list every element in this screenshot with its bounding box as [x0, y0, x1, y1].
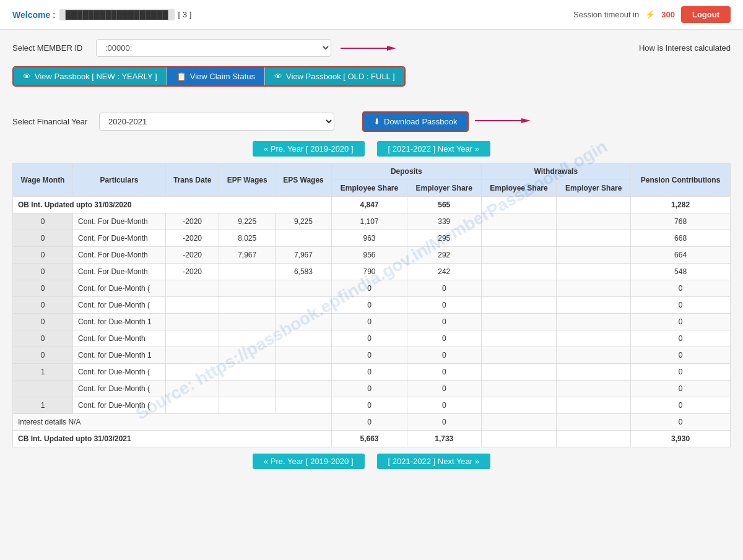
cell-dep-emp: 0 — [332, 314, 407, 330]
prev-year-button-bottom[interactable]: « Pre. Year [ 2019-2020 ] — [253, 454, 365, 469]
table-row: Cont. for Due-Month ( 0 0 0 — [13, 381, 731, 397]
welcome-label: Welcome : — [12, 10, 56, 20]
financial-year-select[interactable]: 2020-2021 2019-2020 2021-2022 — [99, 113, 334, 131]
next-year-button-top[interactable]: [ 2021-2022 ] Next Year » — [377, 141, 490, 157]
action-buttons-section: 👁 View Passbook [ NEW : YEARLY ] 📋 View … — [12, 66, 731, 99]
cell-trans-date — [165, 330, 219, 347]
cell-wage-month: 0 — [13, 213, 73, 230]
cell-trans-date — [165, 397, 219, 414]
cell-trans-date: -2020 — [165, 264, 219, 280]
cell-pension: 548 — [631, 264, 731, 280]
col-trans-date: Trans Date — [165, 163, 219, 197]
cell-epf-wages: 8,025 — [219, 230, 275, 247]
table-row: 1 Cont. for Due-Month ( 0 0 0 — [13, 364, 731, 381]
cell-wd-emr — [557, 264, 631, 280]
cell-pension: 668 — [631, 230, 731, 247]
cell-particulars: Cont. for Due-Month ( — [73, 297, 166, 314]
cb-wd-emr — [557, 431, 631, 447]
cell-dep-emp: 0 — [332, 397, 407, 414]
cell-wd-emr — [557, 347, 631, 364]
cell-particulars: Cont. for Due-Month 1 — [73, 347, 166, 364]
cell-dep-emp: 0 — [332, 330, 407, 347]
cell-trans-date — [165, 347, 219, 364]
header: Welcome : ██████████████████ [ 3 ] Sessi… — [0, 0, 743, 30]
cell-wd-emp — [481, 314, 557, 330]
cell-particulars: Cont. For Due-Month — [73, 230, 166, 247]
session-label: Session timeout in — [573, 10, 639, 19]
cell-dep-emp: 956 — [332, 247, 407, 264]
cell-dep-emp: 0 — [332, 347, 407, 364]
cell-eps-wages — [275, 230, 331, 247]
passbook-table: Wage Month Particulars Trans Date EPF Wa… — [12, 163, 731, 447]
cell-wage-month: 0 — [13, 330, 73, 347]
interest-link[interactable]: How is Interest calculated — [639, 43, 731, 53]
session-count: 300 — [661, 10, 675, 19]
view-claim-status-button[interactable]: 📋 View Claim Status — [167, 67, 265, 85]
ob-wd-emr — [557, 197, 631, 213]
cell-particulars: Cont. for Due-Month — [73, 330, 166, 347]
cell-particulars: Cont. for Due-Month 1 — [73, 314, 166, 330]
cell-dep-emr: 242 — [407, 264, 481, 280]
interest-pension: 0 — [631, 414, 731, 431]
col-pension: Pension Contributions — [631, 163, 731, 197]
cell-epf-wages — [219, 330, 275, 347]
logout-button[interactable]: Logout — [681, 6, 731, 23]
prev-year-button-top[interactable]: « Pre. Year [ 2019-2020 ] — [253, 141, 365, 157]
col-wage-month: Wage Month — [13, 163, 73, 197]
next-year-button-bottom[interactable]: [ 2021-2022 ] Next Year » — [377, 454, 490, 469]
cell-wd-emp — [481, 381, 557, 397]
cell-eps-wages — [275, 297, 331, 314]
cell-epf-wages — [219, 314, 275, 330]
cell-wd-emp — [481, 247, 557, 264]
cell-epf-wages — [219, 264, 275, 280]
table-row: 0 Cont. for Due-Month ( 0 0 0 — [13, 280, 731, 297]
interest-dep-emp: 0 — [332, 414, 407, 431]
cell-wd-emr — [557, 280, 631, 297]
cell-wage-month: 1 — [13, 364, 73, 381]
col-wd-emr-share: Employer Share — [557, 180, 631, 197]
member-id-select[interactable]: :00000: — [96, 39, 331, 57]
cell-eps-wages — [275, 364, 331, 381]
view-passbook-old-button[interactable]: 👁 View Passbook [ OLD : FULL ] — [265, 67, 404, 85]
cell-trans-date — [165, 297, 219, 314]
view-passbook-new-button[interactable]: 👁 View Passbook [ NEW : YEARLY ] — [14, 67, 167, 85]
cell-eps-wages — [275, 314, 331, 330]
cell-dep-emp: 963 — [332, 230, 407, 247]
download-passbook-button[interactable]: ⬇ Download Passbook — [363, 113, 467, 131]
action-buttons-group: 👁 View Passbook [ NEW : YEARLY ] 📋 View … — [12, 66, 406, 87]
financial-year-section: Select Financial Year 2020-2021 2019-202… — [12, 111, 731, 132]
col-dep-emr-share: Employer Share — [407, 180, 481, 197]
cell-wage-month: 0 — [13, 280, 73, 297]
table-header-row-1: Wage Month Particulars Trans Date EPF Wa… — [13, 163, 731, 180]
cell-eps-wages — [275, 347, 331, 364]
cell-pension: 0 — [631, 381, 731, 397]
cell-particulars: Cont. for Due-Month ( — [73, 280, 166, 297]
cell-pension: 0 — [631, 314, 731, 330]
cell-epf-wages — [219, 397, 275, 414]
cell-particulars: Cont. for Due-Month ( — [73, 364, 166, 381]
cell-wd-emr — [557, 364, 631, 381]
cell-wd-emp — [481, 280, 557, 297]
ob-emp-share: 4,847 — [332, 197, 407, 213]
cell-particulars: Cont. For Due-Month — [73, 247, 166, 264]
cell-wage-month: 0 — [13, 347, 73, 364]
col-wd-emp-share: Employee Share — [481, 180, 557, 197]
eye-icon-2: 👁 — [274, 72, 282, 81]
cell-pension: 0 — [631, 297, 731, 314]
interest-label: Interest details N/A — [13, 414, 332, 431]
download-icon: ⬇ — [373, 117, 380, 126]
cell-wage-month: 0 — [13, 264, 73, 280]
cell-wage-month: 0 — [13, 314, 73, 330]
cell-dep-emr: 0 — [407, 397, 481, 414]
main-content: Select MEMBER ID :00000: How is Interest… — [0, 30, 743, 485]
header-left: Welcome : ██████████████████ [ 3 ] — [12, 9, 191, 20]
cb-row: CB Int. Updated upto 31/03/2021 5,663 1,… — [13, 431, 731, 447]
cell-pension: 0 — [631, 280, 731, 297]
cell-epf-wages: 7,967 — [219, 247, 275, 264]
cell-pension: 664 — [631, 247, 731, 264]
cell-particulars: Cont. For Due-Month — [73, 264, 166, 280]
cell-epf-wages — [219, 381, 275, 397]
cell-trans-date — [165, 381, 219, 397]
cell-wd-emr — [557, 213, 631, 230]
cell-wd-emr — [557, 314, 631, 330]
